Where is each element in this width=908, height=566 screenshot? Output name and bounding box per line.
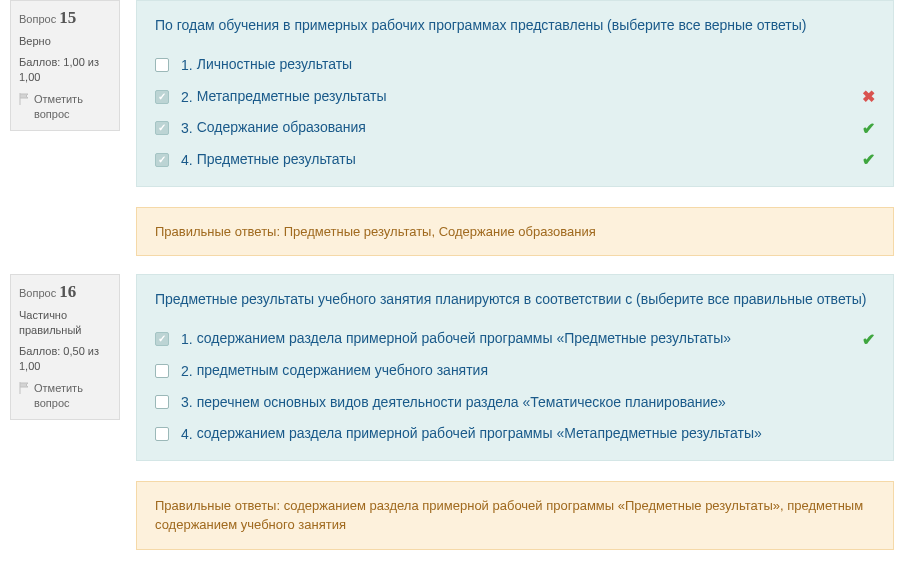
feedback-box: Правильные ответы: содержанием раздела п…: [136, 481, 894, 550]
answer-number: 3.: [181, 394, 193, 410]
answer-option[interactable]: 4. Предметные результаты: [155, 144, 875, 176]
answer-option[interactable]: 1. Личностные результаты: [155, 49, 875, 81]
answer-option[interactable]: 3. перечнем основных видов деятельности …: [155, 387, 875, 419]
answer-text: содержанием раздела примерной рабочей пр…: [197, 424, 762, 444]
question-state: Частично правильный: [19, 308, 111, 338]
answer-number: 1.: [181, 57, 193, 73]
answer-option[interactable]: 3. Содержание образования: [155, 112, 875, 144]
answer-option[interactable]: 1. содержанием раздела примерной рабочей…: [155, 323, 875, 355]
question-content: Предметные результаты учебного занятия п…: [136, 274, 894, 550]
flag-icon: [19, 93, 30, 105]
checkbox-icon: [155, 121, 169, 135]
question-number: 16: [59, 282, 76, 301]
feedback-prefix: Правильные ответы:: [155, 498, 280, 513]
question-info-panel: Вопрос 16 Частично правильный Баллов: 0,…: [10, 274, 120, 420]
answer-text: Содержание образования: [197, 118, 366, 138]
answer-text: содержанием раздела примерной рабочей пр…: [197, 329, 731, 349]
checkbox-icon: [155, 153, 169, 167]
answer-text: предметным содержанием учебного занятия: [197, 361, 488, 381]
checkbox-icon: [155, 427, 169, 441]
question-number: 15: [59, 8, 76, 27]
question-text: По годам обучения в примерных рабочих пр…: [155, 15, 875, 35]
question-container: Вопрос 16 Частично правильный Баллов: 0,…: [0, 274, 908, 550]
flag-label: Отметить вопрос: [34, 381, 111, 411]
answer-option[interactable]: 2. Метапредметные результаты: [155, 81, 875, 113]
check-icon: [850, 330, 875, 349]
question-mark: Баллов: 1,00 из 1,00: [19, 55, 111, 85]
answer-number: 2.: [181, 363, 193, 379]
answer-number: 3.: [181, 120, 193, 136]
checkbox-icon: [155, 90, 169, 104]
question-formulation: По годам обучения в примерных рабочих пр…: [136, 0, 894, 187]
answer-text: перечнем основных видов деятельности раз…: [197, 393, 726, 413]
checkbox-icon: [155, 332, 169, 346]
question-formulation: Предметные результаты учебного занятия п…: [136, 274, 894, 461]
flag-question-link[interactable]: Отметить вопрос: [19, 381, 111, 411]
question-number-line: Вопрос 16: [19, 281, 111, 304]
question-content: По годам обучения в примерных рабочих пр…: [136, 0, 894, 256]
answer-number: 1.: [181, 331, 193, 347]
question-container: Вопрос 15 Верно Баллов: 1,00 из 1,00 Отм…: [0, 0, 908, 256]
check-icon: [850, 119, 875, 138]
flag-icon: [19, 382, 30, 394]
checkbox-icon: [155, 58, 169, 72]
answer-number: 4.: [181, 152, 193, 168]
question-mark: Баллов: 0,50 из 1,00: [19, 344, 111, 374]
feedback-text: Предметные результаты, Содержание образо…: [284, 224, 596, 239]
question-info-panel: Вопрос 15 Верно Баллов: 1,00 из 1,00 Отм…: [10, 0, 120, 131]
answer-text: Личностные результаты: [197, 55, 353, 75]
answer-text: Метапредметные результаты: [197, 87, 387, 107]
question-prefix: Вопрос: [19, 13, 56, 25]
answer-option[interactable]: 4. содержанием раздела примерной рабочей…: [155, 418, 875, 450]
answer-number: 4.: [181, 426, 193, 442]
checkbox-icon: [155, 395, 169, 409]
cross-icon: [850, 87, 875, 106]
question-number-line: Вопрос 15: [19, 7, 111, 30]
question-state: Верно: [19, 34, 111, 49]
question-text: Предметные результаты учебного занятия п…: [155, 289, 875, 309]
feedback-box: Правильные ответы: Предметные результаты…: [136, 207, 894, 257]
answer-text: Предметные результаты: [197, 150, 356, 170]
flag-label: Отметить вопрос: [34, 92, 111, 122]
answer-number: 2.: [181, 89, 193, 105]
check-icon: [850, 150, 875, 169]
flag-question-link[interactable]: Отметить вопрос: [19, 92, 111, 122]
answer-option[interactable]: 2. предметным содержанием учебного занят…: [155, 355, 875, 387]
feedback-prefix: Правильные ответы:: [155, 224, 280, 239]
question-prefix: Вопрос: [19, 287, 56, 299]
checkbox-icon: [155, 364, 169, 378]
